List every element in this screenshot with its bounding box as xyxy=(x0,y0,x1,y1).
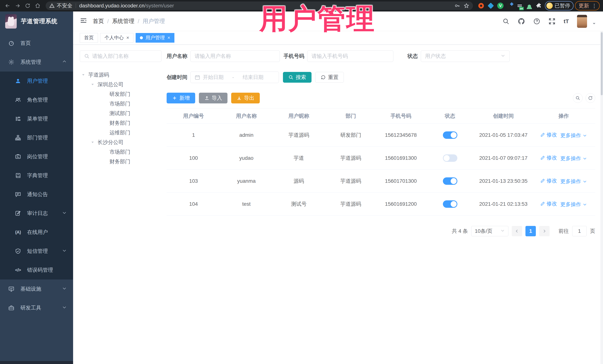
browser-menu-icon[interactable]: ⋮ xyxy=(592,3,597,9)
blue-gem-icon[interactable] xyxy=(487,2,494,9)
user-avatar[interactable] xyxy=(577,15,587,28)
tree-node-市场部门[interactable]: 市场部门 xyxy=(80,147,162,157)
export-button[interactable]: 导出 xyxy=(231,93,260,103)
expand-caret-icon[interactable] xyxy=(90,141,95,144)
fontsize-icon[interactable]: tT xyxy=(564,18,569,24)
edit-link[interactable]: 修改 xyxy=(540,177,557,184)
total-count: 共 4 条 xyxy=(452,228,468,235)
breadcrumb-item[interactable]: 首页 xyxy=(93,17,104,25)
username-input[interactable] xyxy=(195,53,276,59)
page-1-button[interactable]: 1 xyxy=(525,226,536,236)
tree-node-研发部门[interactable]: 研发部门 xyxy=(80,89,162,99)
edit-link[interactable]: 修改 xyxy=(540,200,557,207)
search-icon[interactable] xyxy=(502,18,510,25)
tree-node-深圳总公司[interactable]: 深圳总公司 xyxy=(80,80,162,89)
star-icon[interactable] xyxy=(464,3,469,9)
expand-caret-icon[interactable] xyxy=(90,83,95,86)
back-arrow-icon[interactable] xyxy=(3,1,12,10)
prev-page-button[interactable] xyxy=(512,226,522,236)
tree-node-运维部门[interactable]: 运维部门 xyxy=(80,128,162,138)
forward-arrow-icon[interactable] xyxy=(13,1,22,10)
sidebar: 芋道管理系统 首页系统管理用户管理角色管理菜单管理部门管理岗位管理字典管理通知公… xyxy=(0,11,73,364)
code-icon: </> xyxy=(14,267,22,273)
status-toggle[interactable] xyxy=(443,132,457,139)
sidebar-item-研发工具[interactable]: 研发工具 xyxy=(0,298,73,317)
tab-用户管理[interactable]: 用户管理× xyxy=(136,33,174,43)
blue-squares-icon[interactable] xyxy=(507,2,513,9)
more-actions-link[interactable]: 更多操作 xyxy=(560,132,587,139)
status-select[interactable]: 用户状态 xyxy=(421,50,510,62)
status-toggle[interactable] xyxy=(443,200,457,208)
tree-node-测试部门[interactable]: 测试部门 xyxy=(80,109,162,118)
import-button[interactable]: 导入 xyxy=(199,93,227,103)
sidebar-item-部门管理[interactable]: 部门管理 xyxy=(0,128,73,147)
sidebar-item-首页[interactable]: 首页 xyxy=(0,34,73,53)
tree-node-label: 长沙分公司 xyxy=(98,139,124,146)
sidebar-item-系统管理[interactable]: 系统管理 xyxy=(0,53,73,72)
expand-caret-icon[interactable] xyxy=(81,73,86,77)
sidebar-item-字典管理[interactable]: 字典管理 xyxy=(0,166,73,185)
next-page-button[interactable] xyxy=(539,226,550,236)
tab-个人中心[interactable]: 个人中心× xyxy=(100,33,133,43)
sidebar-item-在线用户[interactable]: (A)在线用户 xyxy=(0,223,73,242)
sidebar-item-label: 字典管理 xyxy=(27,172,67,179)
sidebar-item-错误码管理[interactable]: </>错误码管理 xyxy=(0,261,73,279)
reload-icon[interactable] xyxy=(23,1,32,10)
date-range-picker[interactable]: 开始日期 - 结束日期 xyxy=(190,72,279,83)
tree-node-市场部门[interactable]: 市场部门 xyxy=(80,99,162,109)
update-button[interactable]: 更新 ⋮ xyxy=(575,1,600,10)
sidebar-item-通知公告[interactable]: 通知公告 xyxy=(0,185,73,204)
home-icon[interactable] xyxy=(33,1,42,10)
show-search-toggle-button[interactable] xyxy=(573,93,583,103)
more-actions-link[interactable]: 更多操作 xyxy=(560,201,587,208)
app-logo: 芋道管理系统 xyxy=(0,11,73,31)
avatar-caret-icon[interactable] xyxy=(592,21,596,27)
add-button[interactable]: 新增 xyxy=(167,93,195,103)
green-person-icon[interactable] xyxy=(526,2,533,9)
sidebar-item-角色管理[interactable]: 角色管理 xyxy=(0,90,73,109)
sidebar-item-岗位管理[interactable]: 岗位管理 xyxy=(0,147,73,166)
tree-node-芋道源码[interactable]: 芋道源码 xyxy=(80,70,162,80)
mobile-input[interactable] xyxy=(312,53,389,59)
sidebar-item-用户管理[interactable]: 用户管理 xyxy=(0,72,73,90)
refresh-table-button[interactable] xyxy=(586,93,595,103)
tree-node-财务部门[interactable]: 财务部门 xyxy=(80,157,162,166)
close-icon[interactable]: × xyxy=(126,35,129,41)
green-v-circle-icon[interactable]: V xyxy=(497,2,504,9)
help-icon[interactable] xyxy=(533,18,540,25)
puzzle-icon[interactable] xyxy=(536,2,542,9)
status-toggle[interactable] xyxy=(443,154,457,162)
edit-link[interactable]: 修改 xyxy=(540,154,557,161)
more-actions-link[interactable]: 更多操作 xyxy=(560,155,587,162)
github-icon[interactable] xyxy=(518,18,525,25)
search-button[interactable]: 搜索 xyxy=(283,72,312,83)
url-bar[interactable]: 不安全 dashboard.yudao.iocoder.cn/system/us… xyxy=(46,1,473,10)
tab-首页[interactable]: 首页 xyxy=(80,33,98,43)
list-on-badge-icon[interactable]: on xyxy=(516,2,523,9)
more-actions-link[interactable]: 更多操作 xyxy=(560,178,587,185)
goto-page-input[interactable] xyxy=(572,226,587,236)
sidebar-item-label: 错误码管理 xyxy=(27,266,67,274)
scrollbar-thumb[interactable] xyxy=(601,32,603,95)
tree-node-label: 市场部门 xyxy=(109,148,130,155)
status-toggle[interactable] xyxy=(443,177,457,185)
page-scrollbar[interactable] xyxy=(600,31,603,364)
tree-node-长沙分公司[interactable]: 长沙分公司 xyxy=(80,138,162,147)
column-header-操作: 操作 xyxy=(532,112,595,120)
ubuntu-ring-icon[interactable] xyxy=(478,2,485,9)
sidebar-item-短信管理[interactable]: 短信管理 xyxy=(0,242,73,261)
sidebar-item-审计日志[interactable]: 审计日志 xyxy=(0,204,73,223)
collapse-sidebar-icon[interactable] xyxy=(80,17,87,26)
profile-chip[interactable]: 已暂停 xyxy=(545,1,573,10)
fullscreen-icon[interactable] xyxy=(548,18,556,25)
key-icon[interactable] xyxy=(454,3,460,9)
edit-link[interactable]: 修改 xyxy=(540,131,557,138)
page-size-select[interactable]: 10条/页 xyxy=(471,226,508,236)
tree-node-财务部门[interactable]: 财务部门 xyxy=(80,118,162,128)
breadcrumb-item[interactable]: 系统管理 xyxy=(112,17,134,25)
sidebar-item-菜单管理[interactable]: 菜单管理 xyxy=(0,109,73,128)
reset-button[interactable]: 重置 xyxy=(315,72,344,83)
sidebar-item-基础设施[interactable]: 基础设施 xyxy=(0,279,73,298)
dept-search-input[interactable] xyxy=(92,53,157,59)
close-icon[interactable]: × xyxy=(167,35,170,41)
